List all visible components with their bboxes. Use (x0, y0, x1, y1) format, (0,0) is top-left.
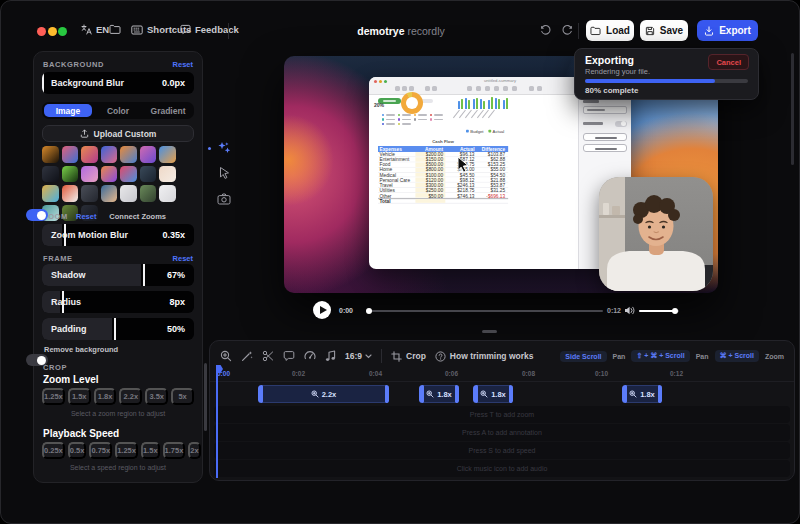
zoom-segment[interactable]: 1.8x (622, 385, 662, 403)
bg-tab-gradient[interactable]: Gradient (144, 104, 192, 117)
cut-tool-icon[interactable] (262, 350, 274, 362)
background-thumbnail[interactable] (42, 185, 59, 202)
frame-reset-link[interactable]: Reset (173, 254, 193, 263)
background-thumbnail[interactable] (159, 185, 176, 202)
mini-donut-chart (401, 92, 423, 114)
seek-handle[interactable] (366, 308, 372, 314)
slider-padding-handle[interactable] (114, 318, 116, 340)
webcam-overlay[interactable] (599, 177, 713, 291)
effects-tool-button[interactable] (216, 140, 232, 156)
undo-button[interactable] (540, 24, 552, 36)
zoom-level-option-1.8x[interactable]: 1.8x (94, 388, 117, 405)
zoom-in-tool-icon[interactable] (220, 350, 232, 362)
zoom-level-option-2.2x[interactable]: 2.2x (119, 388, 142, 405)
redo-button[interactable] (561, 24, 573, 36)
background-thumbnail[interactable] (159, 146, 176, 163)
seek-bar[interactable] (367, 310, 603, 312)
audio-tool-icon[interactable] (325, 350, 336, 362)
app-scrollbar[interactable] (791, 53, 794, 165)
speed-option-0.25x[interactable]: 0.25x (42, 442, 65, 459)
background-thumbnail[interactable] (81, 146, 98, 163)
camera-tool-button[interactable] (217, 193, 231, 205)
zoom-segment[interactable]: 1.8x (473, 385, 513, 403)
background-thumbnail[interactable] (62, 166, 79, 183)
window-toolbar-glyph (485, 86, 490, 91)
background-thumbnail[interactable] (81, 185, 98, 202)
panel-resize-handle[interactable] (482, 330, 497, 333)
background-thumbnail[interactable] (101, 166, 118, 183)
background-thumbnail[interactable] (140, 166, 157, 183)
background-thumbnail[interactable] (140, 146, 157, 163)
track-row-4[interactable]: Click music icon to add audio (214, 460, 790, 477)
speed-option-2x[interactable]: 2x (188, 442, 200, 459)
speed-option-1.75x[interactable]: 1.75x (163, 442, 186, 459)
minimize-window-button[interactable] (48, 27, 57, 36)
background-thumbnail[interactable] (159, 166, 176, 183)
play-button[interactable] (313, 301, 331, 319)
zoom-segment[interactable]: 2.2x (258, 385, 389, 403)
zoom-window-button[interactable] (58, 27, 67, 36)
background-thumbnail[interactable] (120, 146, 137, 163)
zoom-level-option-1.25x[interactable]: 1.25x (42, 388, 65, 405)
background-thumbnail[interactable] (101, 146, 118, 163)
upload-custom-button[interactable]: Upload Custom (42, 125, 194, 142)
feedback-button[interactable]: Feedback (180, 24, 239, 35)
export-cancel-button[interactable]: Cancel (708, 54, 749, 70)
zoom-segment[interactable]: 1.8x (419, 385, 459, 403)
zoom-level-option-1.5x[interactable]: 1.5x (68, 388, 91, 405)
background-thumbnail[interactable] (42, 166, 59, 183)
track-row-2[interactable]: Press A to add annotation (214, 424, 790, 441)
cursor-tool-button[interactable] (218, 166, 231, 180)
background-thumbnail[interactable] (101, 185, 118, 202)
connect-zooms-toggle[interactable] (26, 209, 48, 221)
load-button[interactable]: Load (586, 20, 634, 41)
slider-radius[interactable]: Radius8px (42, 291, 194, 313)
aspect-ratio-select[interactable]: 16:9 (345, 351, 372, 361)
track-row-3[interactable]: Press S to add speed (214, 442, 790, 459)
background-thumbnail[interactable] (120, 185, 137, 202)
language-switcher[interactable]: EN (81, 24, 109, 35)
legend-dot (382, 114, 384, 116)
save-button[interactable]: Save (640, 20, 688, 41)
mini-zoom-dot (384, 80, 387, 83)
zoom-motion-blur-slider[interactable]: Zoom Motion Blur 0.35x (42, 224, 194, 246)
background-thumbnail[interactable] (140, 185, 157, 202)
track-row-1[interactable]: Press T to add zoom (214, 406, 790, 423)
magic-wand-tool-icon[interactable] (241, 350, 253, 362)
export-button[interactable]: Export (697, 20, 758, 41)
background-thumbnail[interactable] (120, 166, 137, 183)
background-blur-label: Background Blur (51, 78, 124, 88)
background-blur-handle[interactable] (42, 72, 44, 94)
speed-option-0.5x[interactable]: 0.5x (68, 442, 87, 459)
background-reset-link[interactable]: Reset (173, 60, 193, 69)
playhead[interactable] (216, 368, 218, 478)
slider-padding[interactable]: Padding50% (42, 318, 194, 340)
speed-option-0.75x[interactable]: 0.75x (89, 442, 112, 459)
speed-option-1.25x[interactable]: 1.25x (115, 442, 138, 459)
background-thumbnail[interactable] (62, 146, 79, 163)
how-trimming-works-button[interactable]: How trimming works (435, 351, 534, 362)
background-blur-slider[interactable]: Background Blur 0.0px (42, 72, 194, 94)
zoom-level-option-3.5x[interactable]: 3.5x (145, 388, 168, 405)
volume-handle[interactable] (672, 308, 679, 315)
speed-option-1.5x[interactable]: 1.5x (141, 442, 160, 459)
slider-shadow[interactable]: Shadow67% (42, 264, 194, 286)
crop-button[interactable]: Crop (391, 351, 426, 362)
close-window-button[interactable] (37, 27, 46, 36)
sidebar-scrollbar[interactable] (204, 363, 207, 431)
volume-slider[interactable] (639, 310, 679, 313)
projects-button[interactable] (109, 24, 121, 35)
background-thumbnail[interactable] (42, 146, 59, 163)
annotation-tool-icon[interactable] (283, 350, 295, 362)
background-thumbnail[interactable] (81, 166, 98, 183)
zoom-reset-link[interactable]: Reset (76, 212, 96, 221)
speed-tool-icon[interactable] (304, 350, 316, 362)
bg-tab-color[interactable]: Color (94, 104, 142, 117)
export-progress-bar (585, 79, 748, 83)
speaker-icon[interactable] (624, 305, 635, 316)
zoom-level-option-5x[interactable]: 5x (171, 388, 194, 405)
slider-shadow-handle[interactable] (143, 264, 145, 286)
bg-tab-image[interactable]: Image (44, 104, 92, 117)
zoom-level-hint: Select a zoom region to adjust (34, 410, 202, 417)
background-thumbnail[interactable] (62, 185, 79, 202)
